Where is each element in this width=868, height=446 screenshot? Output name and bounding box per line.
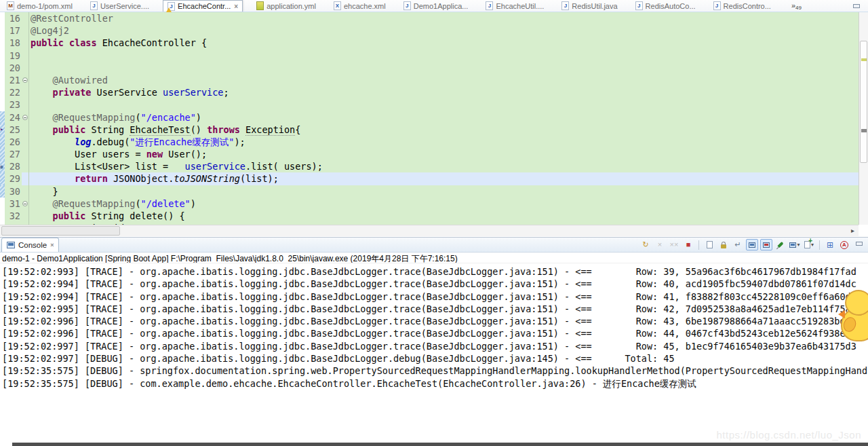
fold-column: [22, 37, 29, 49]
code-line-18[interactable]: 18public class EhcacheController {: [0, 37, 859, 49]
minimize-console-icon[interactable]: [856, 242, 863, 246]
editor-tab-2[interactable]: JEhcacheContr...×: [163, 0, 243, 12]
editor-tab-label: UserService....: [100, 2, 149, 10]
java-file-icon: J: [713, 1, 721, 10]
code-line-16[interactable]: 16@RestController: [0, 12, 859, 24]
close-console-tab-icon[interactable]: ×: [50, 242, 54, 248]
close-tab-icon[interactable]: ×: [234, 3, 238, 10]
fold-column: [22, 50, 29, 62]
code-line-30[interactable]: 30 }: [0, 185, 859, 198]
code-line-25[interactable]: ▸25 public String EhcacheTest() throws E…: [0, 124, 859, 136]
scroll-right-arrow-icon[interactable]: ▸: [851, 227, 854, 234]
java-file-icon: J: [486, 1, 493, 10]
line-number: 17: [5, 24, 22, 37]
code-line-21[interactable]: 21 @Autowired: [0, 74, 859, 86]
code-line-17[interactable]: 17@Log4j2: [0, 24, 859, 37]
console-process-description: demo-1 - Demo1Application [Spring Boot A…: [0, 253, 868, 263]
java-file-icon: J: [403, 1, 411, 10]
line-number: 16: [5, 12, 22, 24]
tab-overflow-chevron[interactable]: »49: [791, 1, 802, 11]
mascot-head: [845, 290, 868, 316]
editor-tab-0[interactable]: Mdemo-1/pom.xml: [3, 0, 77, 12]
editor-vertical-scrollbar[interactable]: [859, 12, 868, 225]
java-file-icon: J: [561, 1, 569, 10]
line-number: 32: [5, 210, 22, 222]
relaunch-icon[interactable]: ↻: [639, 239, 652, 250]
fold-column[interactable]: [22, 74, 29, 86]
editor-tab-bar: Mdemo-1/pom.xmlJUserService....JEhcacheC…: [0, 0, 868, 12]
format-console-icon[interactable]: ⊞: [824, 239, 836, 250]
code-line-22[interactable]: 22 private UserService userService;: [0, 86, 859, 98]
editor-tab-1[interactable]: JUserService....: [86, 0, 153, 12]
code-editor[interactable]: 16@RestController17@Log4j218public class…: [0, 12, 859, 225]
minimize-editor-icon[interactable]: [853, 4, 860, 8]
clear-console-icon[interactable]: [703, 239, 715, 250]
line-number: 27: [5, 148, 22, 160]
editor-tab-9[interactable]: JRedisContro...: [709, 0, 775, 12]
open-console-icon[interactable]: ▾: [803, 239, 815, 250]
code-line-31[interactable]: 31 @RequestMapping("/delete"): [0, 198, 859, 210]
fold-column[interactable]: [22, 111, 29, 124]
display-console-icon[interactable]: ▾: [789, 239, 801, 250]
code-text: [29, 50, 859, 62]
line-number: 19: [5, 50, 22, 62]
console-log-line: [19:52:02:994] [TRACE] - org.apache.ibat…: [2, 291, 868, 303]
tab-console[interactable]: Console ×: [1, 238, 59, 252]
editor-tab-3[interactable]: application.yml: [252, 0, 320, 12]
overview-position-marker[interactable]: [861, 129, 867, 132]
code-line-24[interactable]: 24 @RequestMapping("/encache"): [0, 111, 859, 124]
hidden-tab-count: 49: [795, 5, 802, 11]
change-bar: [0, 198, 5, 210]
fold-column[interactable]: [22, 198, 29, 210]
code-line-27[interactable]: 27 User users = new User();: [0, 148, 859, 160]
line-number: 18: [5, 37, 22, 49]
editor-tab-8[interactable]: JRedisAutoCo...: [631, 0, 700, 12]
code-line-32[interactable]: 32 public String delete() {: [0, 210, 859, 222]
editor-tab-5[interactable]: JDemo1Applica...: [399, 0, 473, 12]
code-line-28[interactable]: ◉28 List<User> list = userService.list( …: [0, 160, 859, 172]
toolbar-separator: [698, 240, 699, 250]
line-number: 28: [5, 160, 22, 172]
code-text: public String EhcacheTest() throws Excep…: [29, 124, 859, 136]
console-log-line: [19:52:02:993] [TRACE] - org.apache.ibat…: [2, 265, 868, 278]
change-bar: [0, 210, 5, 222]
fold-column: [22, 185, 29, 198]
code-line-26[interactable]: 26 log.debug("进行Encache缓存测试");: [0, 136, 859, 148]
maven-file-icon: M: [7, 1, 14, 10]
line-number: 26: [5, 136, 22, 148]
code-line-19[interactable]: 19: [0, 50, 859, 62]
remove-all-terminated-icon[interactable]: ××: [668, 239, 680, 250]
editor-tab-label: RedisContro...: [724, 2, 771, 10]
code-text: return JSONObject.toJSONString(list);: [29, 172, 859, 185]
ansi-console-icon[interactable]: A: [838, 239, 850, 250]
collapse-icon: [22, 201, 28, 206]
editor-tab-7[interactable]: JRedisUtil.java: [557, 0, 621, 12]
terminate-icon[interactable]: ■: [682, 239, 694, 250]
horizontal-scroll-thumb[interactable]: [1, 226, 120, 236]
editor-tab-6[interactable]: JEhcacheUtil....: [481, 0, 548, 12]
scroll-lock-icon[interactable]: [717, 239, 730, 250]
fold-column: [22, 210, 29, 222]
dropdown-caret-icon[interactable]: ▾: [797, 242, 800, 248]
editor-tab-label: ehcache.xml: [344, 2, 386, 10]
console-log-output[interactable]: [19:52:02:993] [TRACE] - org.apache.ibat…: [0, 263, 868, 390]
remove-launch-icon[interactable]: ×: [654, 239, 666, 250]
pin-console-icon[interactable]: [774, 239, 787, 250]
code-text: public class EhcacheController {: [29, 37, 859, 49]
show-stderr-icon[interactable]: [760, 239, 772, 250]
java-file-icon: J: [167, 2, 175, 11]
editor-tab-4[interactable]: Xehcache.xml: [330, 0, 390, 12]
word-wrap-icon[interactable]: ↵: [732, 239, 744, 250]
console-toolbar: ↻×××■↵▾▾⊞A: [639, 239, 850, 250]
collapse-icon: [22, 115, 28, 120]
editor-horizontal-scrollbar[interactable]: ▸: [0, 225, 859, 236]
code-line-23[interactable]: 23: [0, 98, 859, 111]
console-icon: [7, 242, 15, 248]
fold-column: [22, 12, 29, 24]
code-line-29[interactable]: 29 return JSONObject.toJSONString(list);: [0, 172, 859, 185]
show-stdout-icon[interactable]: [746, 239, 758, 250]
fold-column: [22, 124, 29, 136]
code-line-20[interactable]: 20: [0, 62, 859, 74]
overview-warning-marker[interactable]: [861, 58, 867, 61]
console-log-line: [19:52:02:997] [DEBUG] - org.apache.ibat…: [2, 352, 868, 365]
